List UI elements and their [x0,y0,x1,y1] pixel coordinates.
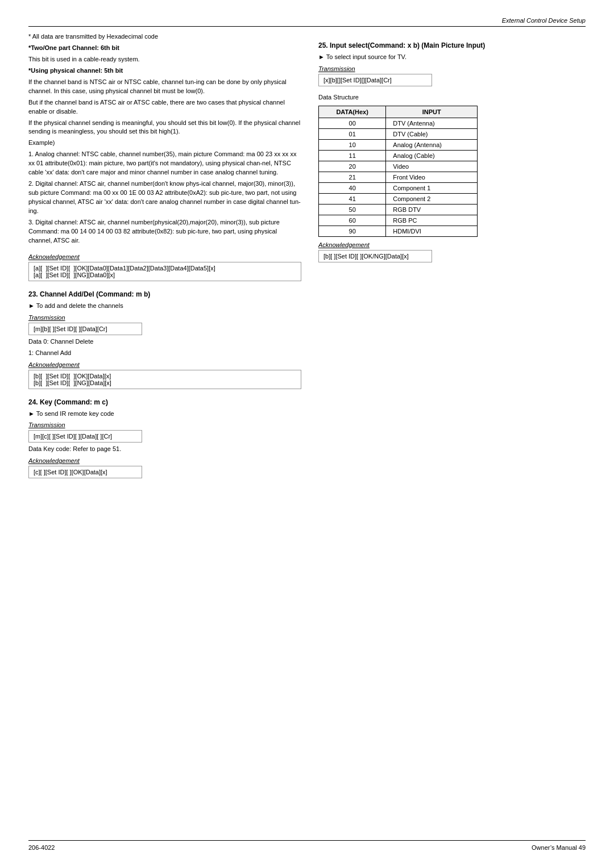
section-24-transmission-code: [m][c][ ][Set ID][ ][Data][ ][Cr] [28,430,142,443]
section-24-desc: ► To send IR remote key code [28,410,301,419]
table-cell-hex: 10 [319,139,386,150]
table-row: 90HDMI/DVI [319,226,478,236]
table-row: 01DTV (Cable) [319,128,478,139]
section-25-ack-code: [b][ ][Set ID][ ][OK/NG][Data][x] [318,250,432,262]
header-title: External Control Device Setup [502,17,586,24]
table-header-hex: DATA(Hex) [319,106,386,118]
table-row: 11Analog (Cable) [319,150,478,161]
table-cell-hex: 41 [319,193,386,204]
page-header: External Control Device Setup [28,17,586,27]
section-24-block: 24. Key (Command: m c) ► To send IR remo… [28,398,301,481]
section-23-data-desc1: Data 0: Channel Delete [28,337,301,347]
page: External Control Device Setup * All data… [0,0,614,868]
table-cell-input: Component 1 [386,182,478,193]
section-24-data-desc: Data Key code: Refer to page 51. [28,445,301,454]
right-column: 25. Input select(Command: x b) (Main Pic… [318,32,586,481]
section-23-transmission-label: Transmission [28,314,301,321]
section-23-data-desc2: 1: Channel Add [28,349,301,358]
page-footer: 206-4022 Owner’s Manual 49 [28,840,586,851]
table-cell-hex: 00 [319,118,386,128]
input-data-table: DATA(Hex) INPUT 00DTV (Antenna)01DTV (Ca… [318,106,478,237]
section-24-ack-label: Acknowledgement [28,457,301,464]
section-24-ack-code: [c][ ][Set ID][ ][OK][Data][x] [28,466,142,478]
table-row: 00DTV (Antenna) [319,118,478,128]
main-content: * All data are transmitted by Hexadecima… [28,32,586,481]
section-25-transmission-label: Transmission [318,65,586,72]
section-25-transmission-code: [x][b][][Set ID][][Data][Cr] [318,74,432,86]
table-cell-hex: 50 [319,204,386,215]
table-cell-input: RGB PC [386,215,478,226]
table-cell-hex: 20 [319,161,386,172]
intro-line-3: This bit is used in a cable-ready system… [28,55,301,64]
table-cell-input: Front Video [386,172,478,182]
table-cell-hex: 60 [319,215,386,226]
section-23-ack-code: [b][ ][Set ID][ ][OK][Data][x] [b][ ][Se… [28,370,301,389]
footer-right: Owner’s Manual 49 [532,844,586,851]
section-25-arrow: ► [318,53,325,60]
section-23-desc: ► To add and delete the channels [28,302,301,311]
intro-line-5: If the channel band is NTSC air or NTSC … [28,78,301,96]
table-row: 10Analog (Antenna) [319,139,478,150]
table-cell-input: Analog (Cable) [386,150,478,161]
intro-line-1: * All data are transmitted by Hexadecima… [28,32,301,41]
section-24-title: 24. Key (Command: m c) [28,398,301,406]
section-25-ack-label: Acknowledgement [318,241,586,248]
section-23-title: 23. Channel Add/Del (Command: m b) [28,290,301,298]
intro-line-4: *Using physical channel: 5th bit [28,66,301,76]
table-cell-input: Analog (Antenna) [386,139,478,150]
table-cell-hex: 01 [319,128,386,139]
section-25-desc: ► To select input source for TV. [318,53,586,62]
table-cell-hex: 21 [319,172,386,182]
ack-block-1: Acknowledgement [a][ ][Set ID][ ][OK][Da… [28,253,301,281]
ack-code-1: [a][ ][Set ID][ ][OK][Data0][Data1][Data… [28,262,301,281]
intro-line-7: If the physical channel sending is meani… [28,119,301,137]
intro-line-2: *Two/One part Channel: 6th bit [28,44,301,53]
table-header-input: INPUT [386,106,478,118]
section-24-transmission-label: Transmission [28,422,301,428]
table-cell-input: DTV (Antenna) [386,118,478,128]
section-23-ack-label: Acknowledgement [28,361,301,368]
intro-block: * All data are transmitted by Hexadecima… [28,32,301,245]
section-25-title: 25. Input select(Command: x b) (Main Pic… [318,41,586,49]
intro-line-9: 1. Analog channel: NTSC cable, channel n… [28,150,301,177]
intro-line-10: 2. Digital channel: ATSC air, channel nu… [28,180,301,216]
table-cell-input: HDMI/DVI [386,226,478,236]
section-25-block: 25. Input select(Command: x b) (Main Pic… [318,41,586,265]
ack-label-1: Acknowledgement [28,253,301,260]
table-row: 50RGB DTV [319,204,478,215]
intro-line-11: 3. Digital channel: ATSC air, channel nu… [28,218,301,245]
left-column: * All data are transmitted by Hexadecima… [28,32,301,481]
section-23-block: 23. Channel Add/Del (Command: m b) ► To … [28,290,301,389]
section-24-arrow: ► [28,410,35,417]
table-cell-input: DTV (Cable) [386,128,478,139]
section-25-data-structure-label: Data Structure [318,93,586,102]
table-cell-hex: 11 [319,150,386,161]
table-row: 20Video [319,161,478,172]
table-cell-input: Video [386,161,478,172]
section-23-arrow: ► [28,302,35,309]
section-23-transmission-code: [m][b][ ][Set ID][ ][Data][Cr] [28,323,142,335]
intro-line-6: But if the channel band is ATSC air or A… [28,98,301,116]
intro-line-8: Example) [28,139,301,148]
table-cell-input: RGB DTV [386,204,478,215]
table-cell-input: Component 2 [386,193,478,204]
footer-left: 206-4022 [28,844,55,851]
table-row: 40Component 1 [319,182,478,193]
table-row: 60RGB PC [319,215,478,226]
table-cell-hex: 90 [319,226,386,236]
table-cell-hex: 40 [319,182,386,193]
table-row: 41Component 2 [319,193,478,204]
table-row: 21Front Video [319,172,478,182]
